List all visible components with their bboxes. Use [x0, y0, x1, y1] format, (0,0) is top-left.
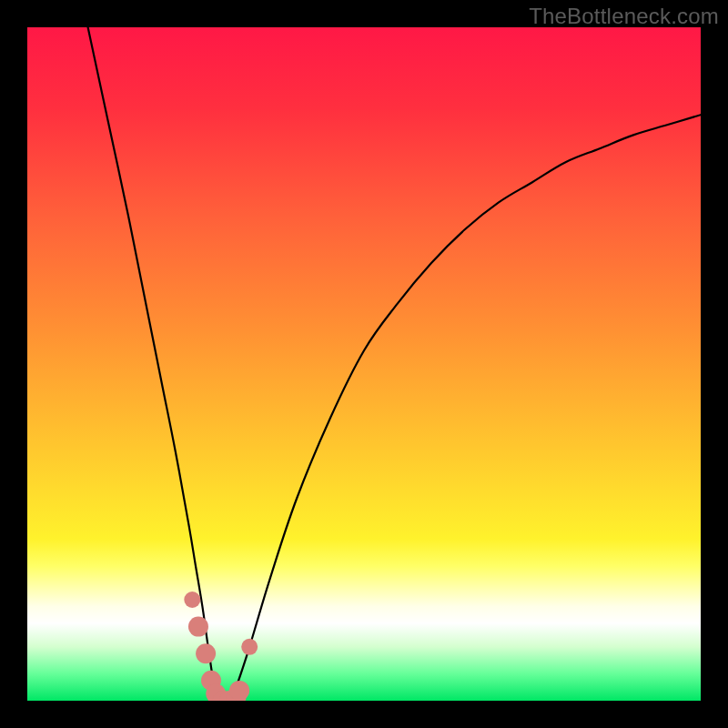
marker-point [188, 617, 208, 637]
chart-frame: TheBottleneck.com [0, 0, 728, 728]
watermark-text: TheBottleneck.com [529, 4, 719, 29]
marker-group [184, 592, 258, 701]
curve-layer [27, 27, 701, 701]
marker-point [184, 592, 200, 608]
marker-point [196, 643, 216, 663]
bottleneck-curve [88, 27, 701, 701]
plot-area [27, 27, 701, 701]
marker-point [241, 639, 258, 655]
marker-point [229, 681, 249, 701]
